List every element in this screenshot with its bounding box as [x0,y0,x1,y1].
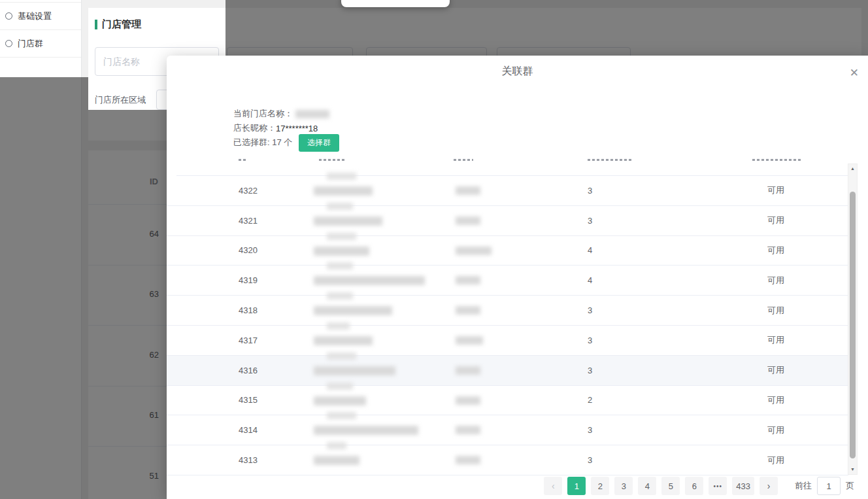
scrollbar-thumb[interactable] [850,192,856,458]
page-title: 门店管理 [95,18,141,31]
page-button-5[interactable]: 5 [661,477,680,495]
group-name-redacted [314,396,366,405]
group-name-cell [314,266,458,295]
store-name-line: 当前门店名称： [233,107,339,121]
sidebar-item-store-groups[interactable]: 门店群 [0,30,81,58]
table-row[interactable]: 43183可用 [167,296,848,326]
manager-nickname-line: 店长昵称： 17*******18 [233,121,339,135]
table-row[interactable]: 43223可用 [167,176,848,206]
page-number-buttons: 123456•••433 [562,477,754,495]
modal-overlay[interactable] [0,77,88,499]
group-name-cell [314,236,458,266]
group-owner-redacted [456,456,480,464]
manager-label: 店长昵称： [233,122,276,134]
member-count-cell: 2 [588,386,614,415]
group-name-redacted [314,216,382,226]
group-owner-redacted [456,426,480,434]
group-name-redacted [314,247,369,256]
goto-label: 前往 [795,480,812,492]
group-name-cell [314,445,458,475]
sidebar-item-label: 基础设置 [18,10,52,22]
status-cell: 可用 [740,415,812,445]
more-pages-icon[interactable]: ••• [709,477,727,495]
group-name-redacted [314,336,373,345]
table-header-sliver [319,159,345,162]
page-button-2[interactable]: 2 [591,477,609,495]
table-header-sliver [239,159,247,162]
modal-overlay[interactable] [88,110,167,499]
page-button-1[interactable]: 1 [567,477,586,495]
group-name-cell [314,296,458,325]
group-name-redacted [327,353,356,360]
group-owner-redacted [456,366,480,375]
group-name-redacted [327,292,353,300]
select-group-button[interactable]: 选择群 [299,134,339,152]
group-name-redacted [314,186,373,196]
group-name-redacted [327,203,353,210]
group-name-redacted [314,366,395,375]
member-count-cell: 3 [588,445,614,475]
status-cell: 可用 [740,445,812,475]
table-row[interactable]: 43204可用 [167,236,848,266]
group-name-redacted [314,306,392,315]
group-id-cell: 4318 [239,296,284,325]
page-button-6[interactable]: 6 [685,477,703,495]
store-name-label: 当前门店名称： [233,108,293,120]
group-owner-redacted [456,306,480,315]
group-name-redacted [327,442,346,449]
table-row[interactable]: 43152可用 [167,386,848,416]
page-button-4[interactable]: 4 [638,477,656,495]
scroll-down-icon[interactable]: ▼ [848,465,857,474]
status-cell: 可用 [740,296,812,325]
close-icon[interactable]: ✕ [850,67,859,78]
dialog-title: 关联群 [167,65,868,78]
group-owner-cell [456,415,534,445]
status-cell: 可用 [740,326,812,355]
page-unit-label: 页 [846,480,854,492]
group-name-redacted [327,173,356,180]
group-name-cell [314,415,458,445]
member-count-cell: 4 [588,266,614,295]
toast-popup [341,0,450,7]
table-header-sliver [454,159,473,162]
sidebar-item-basic-settings[interactable]: 基础设置 [0,3,81,30]
selected-groups-label: 已选择群: 17 个 [233,137,292,148]
goto-page-input[interactable] [817,477,841,495]
table-row[interactable]: 43163可用 [167,356,848,386]
selected-groups-line: 已选择群: 17 个 选择群 [233,135,339,150]
group-id-cell: 4319 [239,266,284,295]
member-count-cell: 3 [588,206,614,235]
table-row[interactable]: 43213可用 [167,206,848,236]
store-info-block: 当前门店名称： 店长昵称： 17*******18 已选择群: 17 个 选择群 [233,107,339,150]
group-id-cell: 4320 [239,236,284,266]
member-count-cell: 3 [588,415,614,445]
group-owner-cell [456,445,534,475]
table-row[interactable]: 43133可用 [167,445,848,475]
prev-page-button[interactable]: ‹ [544,477,562,495]
manager-value: 17*******18 [276,124,318,133]
group-owner-cell [456,326,534,355]
scroll-up-icon[interactable]: ▲ [848,164,857,173]
group-name-cell [314,326,458,355]
group-owner-cell [456,176,534,205]
next-page-button[interactable]: › [760,477,778,495]
table-row[interactable]: 43143可用 [167,415,848,445]
table-row[interactable]: 43194可用 [167,266,848,296]
group-name-cell [314,386,458,415]
group-owner-cell [456,386,534,415]
store-name-redacted [295,110,329,118]
group-owner-cell [456,356,534,385]
member-count-cell: 3 [588,356,614,385]
group-name-redacted [327,322,350,330]
page-button-3[interactable]: 3 [614,477,633,495]
table-row[interactable]: 43173可用 [167,326,848,356]
table-header-sliver [588,159,633,162]
table-scrollbar[interactable]: ▲ ▼ [848,163,858,475]
page-button-433[interactable]: 433 [732,477,754,495]
linked-groups-dialog: 关联群 ✕ 当前门店名称： 店长昵称： 17*******18 已选择群: 17… [167,56,868,499]
modal-overlay[interactable] [225,0,868,56]
group-name-redacted [314,456,359,465]
group-table-body: 43223可用43213可用43204可用43194可用43183可用43173… [167,176,848,475]
page-title-text: 门店管理 [102,18,141,31]
group-id-cell: 4313 [239,445,284,475]
